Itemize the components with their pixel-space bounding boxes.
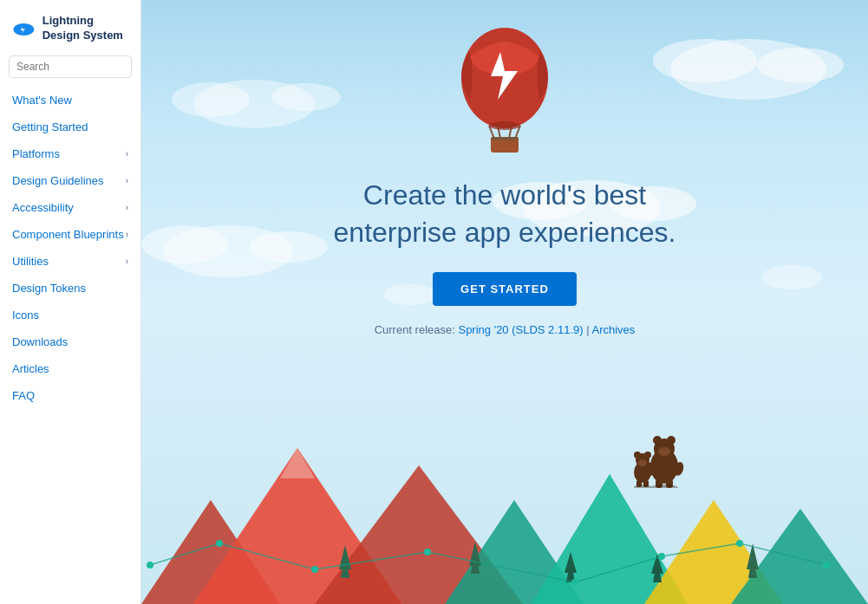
- svg-line-47: [740, 543, 826, 565]
- sidebar-link-6[interactable]: Utilities›: [0, 248, 140, 275]
- main-content: Create the world's best enterprise app e…: [141, 0, 868, 604]
- sidebar-link-11[interactable]: FAQ: [0, 382, 140, 409]
- sidebar-title: Lightning Design System: [42, 14, 128, 43]
- sidebar-link-0[interactable]: What's New: [0, 87, 140, 114]
- svg-point-55: [823, 562, 830, 568]
- sidebar-label-11: FAQ: [12, 389, 35, 402]
- svg-point-68: [644, 451, 651, 458]
- sidebar-link-7[interactable]: Design Tokens: [0, 275, 140, 302]
- sidebar-link-4[interactable]: Accessibility›: [0, 194, 140, 221]
- sidebar-link-9[interactable]: Downloads: [0, 328, 140, 355]
- svg-point-51: [424, 549, 431, 555]
- svg-point-72: [650, 484, 678, 488]
- svg-point-60: [658, 447, 670, 456]
- svg-point-69: [638, 459, 647, 466]
- sidebar-item-1: Getting Started: [0, 114, 140, 140]
- bears-illustration: [617, 419, 686, 491]
- release-info: Current release: Spring '20 (SLDS 2.11.9…: [375, 323, 636, 336]
- sidebar-label-0: What's New: [12, 94, 72, 107]
- svg-point-48: [147, 562, 153, 568]
- sidebar-link-5[interactable]: Component Blueprints›: [0, 221, 140, 248]
- svg-point-53: [658, 553, 665, 560]
- sidebar-item-3: Design Guidelines›: [0, 167, 140, 194]
- svg-line-45: [575, 556, 662, 582]
- logo-area: Lightning Design System: [0, 0, 140, 50]
- balloon-svg: [453, 17, 557, 156]
- release-prefix: Current release:: [375, 323, 459, 336]
- network-decoration: [141, 327, 868, 604]
- svg-point-54: [736, 540, 743, 547]
- sidebar-label-7: Design Tokens: [12, 282, 86, 295]
- release-link[interactable]: Spring '20 (SLDS 2.11.9): [458, 323, 583, 336]
- sidebar-item-5: Component Blueprints›: [0, 221, 140, 248]
- sidebar-label-10: Articles: [12, 362, 49, 375]
- search-input[interactable]: [9, 55, 132, 78]
- sidebar-label-4: Accessibility: [12, 201, 74, 214]
- sidebar-item-4: Accessibility›: [0, 194, 140, 221]
- svg-point-22: [489, 121, 520, 130]
- sidebar-item-8: Icons: [0, 302, 140, 328]
- svg-line-46: [662, 543, 740, 556]
- sidebar-item-6: Utilities›: [0, 248, 140, 275]
- sidebar-label-6: Utilities: [12, 255, 49, 268]
- sidebar-link-3[interactable]: Design Guidelines›: [0, 167, 140, 194]
- chevron-right-icon: ›: [126, 149, 128, 159]
- svg-point-49: [216, 540, 223, 547]
- sidebar-item-0: What's New: [0, 87, 140, 114]
- sidebar-nav: What's NewGetting StartedPlatforms›Desig…: [0, 87, 140, 604]
- svg-line-42: [219, 543, 315, 569]
- svg-point-50: [311, 566, 318, 573]
- hero-headline: Create the world's best enterprise app e…: [334, 177, 676, 251]
- sidebar-link-1[interactable]: Getting Started: [0, 114, 140, 140]
- sidebar-item-9: Downloads: [0, 328, 140, 355]
- svg-line-44: [427, 552, 575, 582]
- svg-line-43: [315, 552, 427, 569]
- sidebar-item-11: FAQ: [0, 382, 140, 409]
- archives-link[interactable]: Archives: [592, 323, 636, 336]
- chevron-right-icon: ›: [126, 203, 128, 212]
- sidebar-label-2: Platforms: [12, 147, 60, 160]
- svg-line-41: [150, 543, 219, 565]
- sidebar-item-2: Platforms›: [0, 140, 140, 167]
- sidebar-link-8[interactable]: Icons: [0, 302, 140, 328]
- svg-point-67: [634, 451, 641, 458]
- sidebar-link-2[interactable]: Platforms›: [0, 140, 140, 167]
- chevron-right-icon: ›: [126, 257, 128, 266]
- balloon-illustration: [453, 17, 557, 159]
- get-started-button[interactable]: GET STARTED: [433, 272, 577, 306]
- sidebar-label-9: Downloads: [12, 335, 68, 348]
- svg-rect-21: [491, 137, 519, 140]
- svg-point-59: [667, 436, 675, 445]
- sidebar-item-7: Design Tokens: [0, 275, 140, 302]
- sidebar-item-10: Articles: [0, 355, 140, 382]
- bears-svg: [617, 419, 686, 488]
- svg-point-58: [653, 436, 662, 445]
- sidebar-label-3: Design Guidelines: [12, 174, 104, 187]
- svg-point-52: [571, 579, 578, 586]
- sidebar-label-8: Icons: [12, 308, 39, 321]
- sidebar: Lightning Design System What's NewGettin…: [0, 0, 141, 604]
- salesforce-logo: [12, 16, 36, 42]
- sidebar-link-10[interactable]: Articles: [0, 355, 140, 382]
- chevron-right-icon: ›: [126, 230, 128, 239]
- chevron-right-icon: ›: [126, 176, 128, 185]
- sidebar-label-5: Component Blueprints: [12, 228, 124, 241]
- sidebar-label-1: Getting Started: [12, 120, 88, 133]
- hero-section: Create the world's best enterprise app e…: [141, 0, 868, 336]
